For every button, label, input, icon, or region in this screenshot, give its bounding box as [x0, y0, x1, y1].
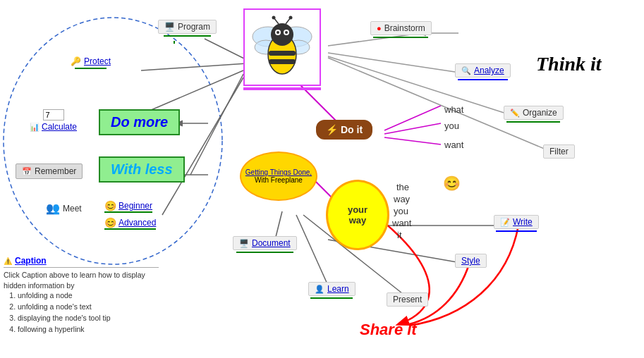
bee-central-node — [233, 4, 332, 95]
program-icon: 🖥️ — [164, 22, 175, 32]
calculate-input[interactable] — [43, 109, 64, 121]
svg-line-7 — [141, 63, 247, 70]
meet-node[interactable]: 👥 Meet — [46, 202, 82, 215]
smiley-decoration: 😊 — [443, 175, 461, 192]
do-it-label: Do it — [341, 124, 363, 135]
analyze-icon: 🔍 — [461, 66, 471, 75]
document-node[interactable]: 🖥️ Document — [233, 236, 297, 253]
write-icon: 📝 — [500, 218, 510, 227]
caption-item-4: following a hyperlink — [18, 324, 169, 335]
your-way-word-want: want — [392, 218, 411, 228]
write-node[interactable]: 📝 Write — [494, 215, 539, 232]
svg-point-34 — [277, 31, 279, 34]
your-way-word-you: you — [394, 206, 408, 216]
caption-list: unfolding a node unfolding a node's text… — [18, 290, 169, 335]
write-label: Write — [513, 217, 533, 227]
meet-label: Meet — [63, 204, 82, 214]
present-label: Present — [393, 295, 422, 304]
share-it-label: Share it — [360, 321, 417, 338]
svg-line-3 — [384, 123, 441, 134]
beginner-node[interactable]: 😊 Beginner — [104, 200, 152, 213]
bee-image — [243, 8, 321, 86]
svg-line-2 — [384, 106, 441, 130]
present-node[interactable]: Present — [387, 292, 428, 307]
svg-point-37 — [272, 16, 276, 20]
caption-item-3: displaying the node's tool tip — [18, 313, 169, 324]
your-way-word-it: it — [397, 230, 402, 240]
caption-section: ⚠️ Caption Click Caption above to learn … — [4, 256, 169, 335]
svg-line-20 — [275, 211, 282, 240]
svg-line-15 — [328, 53, 469, 74]
svg-line-4 — [384, 137, 441, 144]
protect-icon: 🔑 — [71, 56, 81, 66]
advanced-icon: 😊 — [104, 217, 116, 228]
analyze-label: Analyze — [474, 66, 504, 75]
caption-item-2: unfolding a node's text — [18, 302, 169, 313]
branch-word-what: what — [444, 104, 463, 115]
svg-point-31 — [271, 23, 293, 46]
protect-node[interactable]: 🔑 Protect — [71, 56, 111, 69]
do-more-label: Do more — [111, 114, 168, 130]
analyze-node[interactable]: 🔍 Analyze — [455, 63, 511, 80]
think-it-node: Think it — [536, 53, 602, 75]
brainstorm-icon: ● — [377, 24, 382, 32]
gtd-line2: With Freeplane — [255, 176, 303, 184]
style-label: Style — [461, 256, 480, 266]
caption-item-1: unfolding a node — [18, 290, 169, 302]
meet-icon: 👥 — [46, 202, 60, 215]
learn-icon: 👤 — [315, 285, 324, 294]
caption-warning-icon: ⚠️ — [4, 257, 12, 265]
organize-icon: ✏️ — [510, 109, 520, 118]
your-way-word-the: the — [396, 182, 409, 192]
brainstorm-node[interactable]: ● Brainstorm — [370, 21, 432, 38]
svg-line-10 — [162, 78, 243, 215]
calculate-node[interactable]: 📊 Calculate — [30, 109, 77, 132]
filter-node[interactable]: Filter — [543, 144, 575, 159]
caption-title[interactable]: Caption — [15, 256, 47, 266]
style-node[interactable]: Style — [455, 254, 487, 268]
think-it-label: Think it — [536, 53, 602, 75]
branch-word-you: you — [444, 121, 459, 131]
beginner-label: Beginner — [119, 201, 152, 211]
gtd-line1: Getting Things Done, — [245, 168, 312, 176]
remember-label: Remember — [35, 166, 76, 176]
mind-map: Getting Things Done, With Freeplane ⚡ Do… — [0, 0, 644, 358]
svg-line-21 — [296, 215, 328, 285]
filter-label: Filter — [549, 147, 569, 156]
caption-description: Click Caption above to learn how to disp… — [4, 270, 169, 290]
learn-node[interactable]: 👤 Learn — [308, 282, 356, 299]
calculate-label: Calculate — [42, 122, 77, 132]
svg-rect-29 — [269, 51, 296, 56]
svg-point-39 — [289, 16, 293, 20]
remember-node[interactable]: 📅 Remember — [16, 163, 83, 179]
program-label: Program — [178, 22, 210, 32]
calculate-icon: 📊 — [30, 123, 40, 132]
program-node[interactable]: 🖥️ Program — [158, 20, 217, 37]
document-label: Document — [252, 238, 291, 248]
brainstorm-label: Brainstorm — [384, 23, 425, 33]
advanced-node[interactable]: 😊 Advanced — [104, 217, 156, 230]
protect-label: Protect — [84, 56, 111, 66]
remember-icon: 📅 — [22, 167, 32, 176]
your-way-word-way: way — [394, 194, 410, 204]
svg-rect-30 — [269, 59, 296, 64]
with-less-node[interactable]: With less — [99, 156, 185, 183]
share-it-node: Share it — [360, 321, 417, 339]
organize-node[interactable]: ✏️ Organize — [504, 106, 564, 123]
with-less-label: With less — [111, 161, 173, 177]
advanced-label: Advanced — [119, 218, 156, 228]
document-icon: 🖥️ — [239, 239, 249, 248]
branch-word-want: want — [444, 140, 463, 150]
learn-label: Learn — [327, 284, 349, 294]
do-it-icon: ⚡ — [326, 124, 338, 135]
your-way-node: yourway — [326, 180, 389, 250]
svg-point-35 — [285, 31, 288, 34]
organize-label: Organize — [523, 108, 557, 118]
do-it-node[interactable]: ⚡ Do it — [316, 120, 372, 140]
beginner-icon: 😊 — [104, 200, 116, 211]
do-more-node[interactable]: Do more — [99, 109, 180, 135]
getting-things-done-node[interactable]: Getting Things Done, With Freeplane — [240, 152, 317, 201]
